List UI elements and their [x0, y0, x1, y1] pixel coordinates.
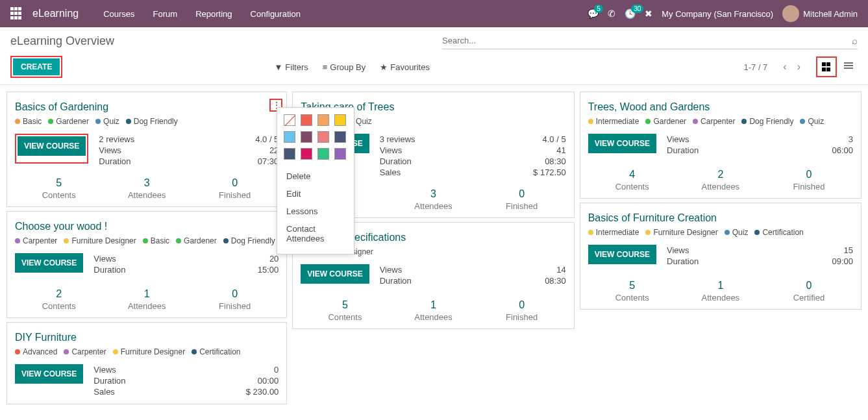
tag: Dog Friendly	[741, 117, 793, 126]
nav-courses[interactable]: Courses	[94, 9, 143, 19]
tag: Advanced	[15, 347, 57, 356]
stat[interactable]: 2Attendees	[676, 169, 765, 191]
tag-dot-icon	[800, 119, 805, 124]
stat-label: Contents	[588, 182, 676, 191]
stat-number: 2	[15, 288, 103, 300]
tag-dot-icon	[113, 349, 118, 354]
tag-label: Carpenter	[23, 236, 57, 245]
view-course-button[interactable]: VIEW COURSE	[18, 136, 86, 156]
stat[interactable]: 1Attendees	[676, 280, 765, 303]
card-title: Basics of Furniture Creation	[588, 212, 853, 224]
filters-button[interactable]: ▼Filters	[274, 62, 308, 72]
stat[interactable]: 1Attendees	[103, 288, 190, 311]
tag-dot-icon	[754, 230, 760, 235]
nav-configuration[interactable]: Configuration	[242, 9, 310, 19]
pager-prev[interactable]: ‹	[780, 61, 789, 73]
view-course-button[interactable]: VIEW COURSE	[588, 245, 656, 264]
list-view-button[interactable]	[839, 56, 858, 75]
phone-icon[interactable]: ✆	[608, 8, 615, 19]
stat[interactable]: 0Finished	[478, 299, 566, 322]
dropdown-item[interactable]: Contact Attendees	[284, 220, 347, 247]
stat[interactable]: 5Contents	[588, 280, 676, 303]
color-swatch[interactable]	[334, 148, 346, 160]
color-swatch[interactable]	[284, 131, 295, 143]
messages-icon[interactable]: 💬5	[588, 8, 599, 19]
nav-reporting[interactable]: Reporting	[186, 9, 241, 19]
view-course-button[interactable]: VIEW COURSE	[15, 364, 83, 384]
info-table: Views14Duration08:30	[380, 264, 566, 286]
stat[interactable]: 0Finished	[191, 288, 279, 311]
wrench-icon[interactable]: ✖	[645, 8, 652, 19]
course-card[interactable]: Trees, Wood and GardensIntermediateGarde…	[580, 92, 862, 199]
search-icon[interactable]: ⌕	[852, 35, 858, 46]
dropdown-item[interactable]: Lessons	[284, 203, 347, 220]
tag-dot-icon	[588, 230, 593, 235]
nav-forum[interactable]: Forum	[144, 9, 187, 19]
info-row: Sales$ 172.50	[380, 167, 566, 178]
tag: Intermediate	[588, 117, 639, 126]
tag-label: Basic	[151, 236, 169, 245]
activity-icon[interactable]: 🕓30	[625, 8, 636, 19]
info-val: $ 172.50	[533, 167, 566, 177]
color-swatch[interactable]	[317, 131, 329, 143]
info-row: Views3	[667, 134, 853, 145]
pager-next[interactable]: ›	[795, 61, 803, 73]
color-swatch[interactable]	[334, 114, 346, 126]
stat[interactable]: 0Finished	[478, 188, 566, 211]
apps-icon[interactable]	[10, 7, 23, 20]
stat[interactable]: 5Contents	[301, 299, 389, 322]
stat-label: Contents	[15, 301, 103, 311]
view-course-button[interactable]: VIEW COURSE	[15, 253, 83, 273]
color-swatch[interactable]	[317, 148, 329, 160]
info-val: 0	[274, 365, 279, 375]
color-swatch[interactable]	[301, 114, 312, 126]
search-bar[interactable]: ⌕	[442, 32, 858, 49]
favourites-button[interactable]: ★Favourites	[380, 62, 430, 72]
course-card[interactable]: Basics of GardeningBasicGardenerQuizDog …	[6, 92, 287, 207]
info-val: 06:00	[832, 145, 853, 155]
stat[interactable]: 0Finished	[191, 177, 279, 200]
dropdown-item[interactable]: Delete	[284, 167, 347, 185]
course-card[interactable]: Choose your wood !CarpenterFurniture Des…	[6, 211, 287, 318]
stat[interactable]: 3Attendees	[389, 188, 477, 211]
stat-label: Attendees	[103, 190, 190, 200]
stat-number: 4	[588, 169, 676, 180]
color-swatch[interactable]	[284, 148, 295, 160]
view-course-button[interactable]: VIEW COURSE	[588, 134, 656, 153]
tag-dot-icon	[693, 119, 698, 124]
color-grid	[284, 114, 347, 160]
color-swatch[interactable]	[334, 131, 346, 143]
color-swatch[interactable]	[301, 148, 312, 160]
color-swatch[interactable]	[317, 114, 329, 126]
stats-row: 5Contents3Attendees0Finished	[15, 177, 279, 200]
kanban-dropdown: DeleteEditLessonsContact Attendees	[277, 107, 354, 254]
stat-number: 3	[389, 188, 477, 200]
company-selector[interactable]: My Company (San Francisco)	[662, 9, 773, 19]
groupby-button[interactable]: ≡Group By	[323, 62, 366, 72]
tag: Certification	[192, 347, 240, 356]
dropdown-item[interactable]: Edit	[284, 185, 347, 203]
color-swatch[interactable]	[284, 114, 295, 126]
stat[interactable]: 5Contents	[15, 177, 103, 200]
stat[interactable]: 2Contents	[15, 288, 103, 311]
view-course-button[interactable]: VIEW COURSE	[301, 264, 369, 284]
kanban-view: Basics of GardeningBasicGardenerQuizDog …	[0, 85, 868, 411]
stat[interactable]: 4Contents	[588, 169, 676, 191]
stat-number: 1	[103, 288, 190, 300]
course-card[interactable]: DIY FurnitureAdvancedCarpenterFurniture …	[6, 322, 287, 404]
kanban-view-button[interactable]	[817, 58, 836, 76]
tag: Dog Friendly	[223, 236, 275, 245]
create-button[interactable]: CREATE	[13, 58, 60, 75]
user-menu[interactable]: Mitchell Admin	[782, 5, 858, 22]
course-card[interactable]: Basics of Furniture CreationIntermediate…	[580, 203, 862, 310]
stat[interactable]: 0Finished	[765, 169, 853, 191]
tag-label: Quiz	[732, 228, 749, 237]
stat[interactable]: 1Attendees	[389, 299, 477, 322]
stat[interactable]: 0Certified	[765, 280, 853, 303]
stat[interactable]: 3Attendees	[103, 177, 190, 200]
search-input[interactable]	[442, 36, 852, 45]
stat-number: 2	[676, 169, 765, 180]
avatar	[782, 5, 799, 22]
tag: Carpenter	[64, 347, 106, 356]
color-swatch[interactable]	[301, 131, 312, 143]
